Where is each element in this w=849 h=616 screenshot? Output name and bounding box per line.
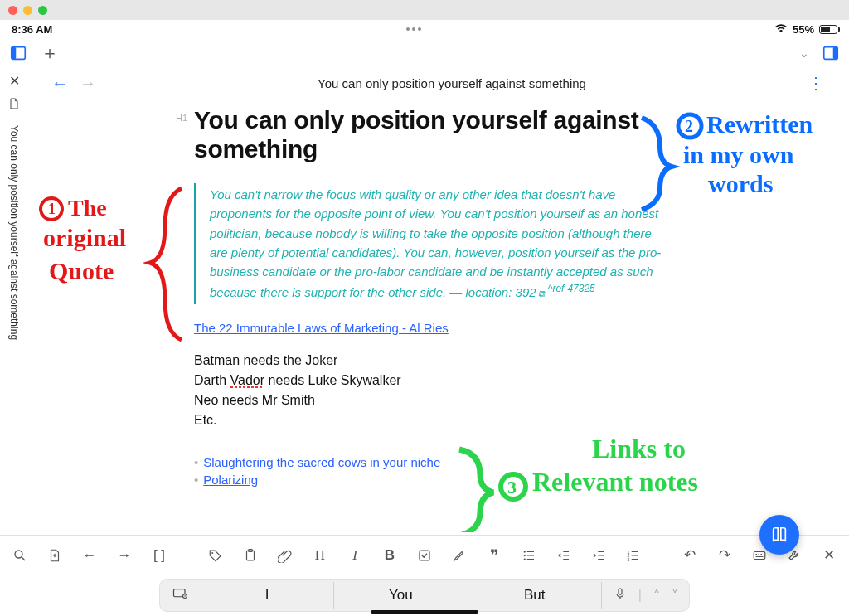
related-links: •Slaughtering the sacred cows in your ni… <box>194 455 663 487</box>
caret-down-icon[interactable]: ˅ <box>672 588 678 604</box>
svg-rect-18 <box>754 551 765 559</box>
related-link[interactable]: Slaughtering the sacred cows in your nic… <box>203 455 440 469</box>
body: ✕ You can only position yourself against… <box>0 68 849 535</box>
right-panel-toggle-icon[interactable] <box>821 43 841 63</box>
document-area: ← → You can only position yourself again… <box>28 68 849 535</box>
svg-text:3: 3 <box>628 556 630 561</box>
svg-rect-3 <box>833 47 838 60</box>
traffic-light-minimize-icon[interactable] <box>23 6 32 15</box>
nav-back-button[interactable]: ← <box>51 74 68 93</box>
list-item: •Polarizing <box>194 473 663 487</box>
new-note-icon[interactable] <box>46 547 63 564</box>
battery-percent: 55% <box>793 23 814 36</box>
tab-title-vertical[interactable]: You can only position yourself against s… <box>8 125 20 340</box>
svg-point-13 <box>524 554 526 555</box>
file-icon[interactable] <box>7 97 21 114</box>
home-indicator[interactable] <box>371 610 478 614</box>
app-toolbar: ＋ ⌄ <box>0 38 849 68</box>
heading-icon[interactable]: H <box>312 547 328 564</box>
format-toolbar: ← → [ ] H I B ❞ 123 ↶ ↷ ✕ <box>0 535 849 575</box>
svg-point-14 <box>524 558 526 560</box>
tag-icon[interactable] <box>207 547 224 564</box>
svg-point-8 <box>211 552 213 554</box>
svg-point-7 <box>15 551 22 558</box>
bullet-list-icon[interactable] <box>521 547 537 564</box>
note-content[interactable]: H1 You can only position yourself agains… <box>28 98 829 498</box>
status-bar: 8:36 AM 55% <box>0 20 849 38</box>
indent-icon[interactable] <box>590 547 607 564</box>
close-toolbar-icon[interactable]: ✕ <box>821 547 837 564</box>
body-line: Etc. <box>194 410 663 430</box>
svg-rect-11 <box>420 551 429 560</box>
arrow-left-icon[interactable]: ← <box>81 547 98 564</box>
collapse-chevron-icon[interactable]: ⌄ <box>799 46 809 60</box>
close-tab-icon[interactable]: ✕ <box>9 73 20 89</box>
highlighter-icon[interactable] <box>451 547 468 564</box>
reader-mode-button[interactable] <box>759 515 799 555</box>
caret-up-icon[interactable]: ˄ <box>653 588 660 604</box>
svg-rect-22 <box>619 589 622 594</box>
quote-icon[interactable]: ❞ <box>486 547 502 564</box>
suggestion-1[interactable]: I <box>201 582 334 609</box>
quote-block[interactable]: You can't narrow the focus with quality … <box>194 183 663 304</box>
external-link-icon: ⧉ <box>538 289 545 298</box>
redo-icon[interactable]: ↷ <box>716 547 733 564</box>
window-chrome <box>0 0 849 20</box>
location-link[interactable]: 392⧉ <box>516 285 545 299</box>
tab-rail: ✕ You can only position yourself against… <box>0 68 28 535</box>
keyboard-suggestion-bar: I You But | ˄ ˅ <box>0 575 849 616</box>
body-text[interactable]: Batman needs the Joker Darth Vador needs… <box>194 351 663 430</box>
bullet-icon: • <box>194 473 198 487</box>
breadcrumb[interactable]: You can only position yourself against s… <box>108 76 796 90</box>
arrow-right-icon[interactable]: → <box>116 547 133 564</box>
bold-icon[interactable]: B <box>381 547 398 564</box>
search-icon[interactable] <box>12 547 28 564</box>
multitask-dots-icon[interactable] <box>400 27 428 31</box>
undo-icon[interactable]: ↶ <box>682 547 698 564</box>
list-item: •Slaughtering the sacred cows in your ni… <box>194 455 663 469</box>
svg-point-21 <box>184 595 186 597</box>
body-line: Neo needs Mr Smith <box>194 390 663 410</box>
left-panel-toggle-icon[interactable] <box>8 43 28 63</box>
spellcheck-underline[interactable]: Vador <box>230 373 265 387</box>
attachment-icon[interactable] <box>277 547 294 564</box>
svg-point-12 <box>524 551 526 552</box>
page-title[interactable]: You can only position yourself against s… <box>194 106 663 163</box>
traffic-light-zoom-icon[interactable] <box>38 6 47 15</box>
suggestion-pill: I You But | ˄ ˅ <box>159 579 690 612</box>
body-line: Batman needs the Joker <box>194 351 663 371</box>
ref-id: ^ref-47325 <box>548 283 595 294</box>
dictation-mic-icon[interactable] <box>614 585 627 605</box>
doc-header: ← → You can only position yourself again… <box>28 68 829 98</box>
italic-icon[interactable]: I <box>347 547 363 564</box>
brackets-icon[interactable]: [ ] <box>151 547 167 564</box>
keyboard-settings-icon[interactable] <box>171 586 189 604</box>
traffic-light-close-icon[interactable] <box>8 6 17 15</box>
numbered-list-icon[interactable]: 123 <box>625 547 642 564</box>
heading-level-label: H1 <box>176 113 187 123</box>
suggestion-3[interactable]: But <box>468 582 602 609</box>
wifi-icon <box>774 23 788 36</box>
battery-icon <box>819 25 837 34</box>
checkbox-icon[interactable] <box>416 547 433 564</box>
outdent-icon[interactable] <box>555 547 572 564</box>
nav-forward-button: → <box>80 74 96 93</box>
suggestion-2[interactable]: You <box>334 582 468 609</box>
bullet-icon: • <box>194 455 198 469</box>
body-line: Darth Vador needs Luke Skywalker <box>194 371 663 390</box>
more-menu-icon[interactable]: ⋮ <box>808 73 829 93</box>
svg-rect-1 <box>12 47 17 60</box>
clipboard-icon[interactable] <box>242 547 259 564</box>
status-time: 8:36 AM <box>12 23 52 36</box>
source-link[interactable]: The 22 Immutable Laws of Marketing - Al … <box>194 321 449 335</box>
related-link[interactable]: Polarizing <box>203 473 258 487</box>
new-tab-button[interactable]: ＋ <box>40 43 60 63</box>
